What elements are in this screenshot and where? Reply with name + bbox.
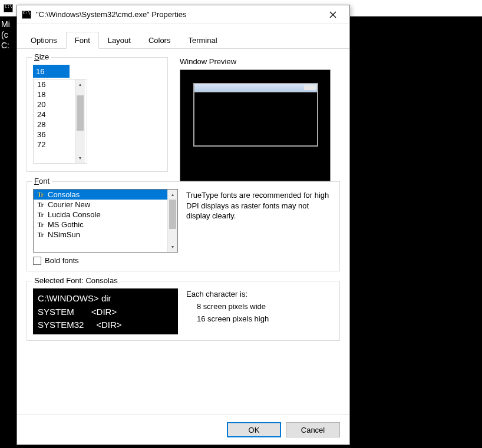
preview-window bbox=[193, 83, 318, 147]
truetype-icon: Tr bbox=[36, 191, 45, 199]
tab-strip: Options Font Layout Colors Terminal bbox=[17, 26, 349, 49]
font-note: TrueType fonts are recommended for high … bbox=[186, 189, 334, 253]
selected-font-label: Selected Font: Consolas bbox=[32, 276, 120, 285]
bold-label: Bold fonts bbox=[45, 256, 79, 265]
scroll-up-icon[interactable]: ▴ bbox=[75, 79, 85, 89]
font-option[interactable]: Tr Courier New bbox=[34, 200, 167, 210]
size-option[interactable]: 28 bbox=[34, 120, 75, 130]
scroll-down-icon[interactable]: ▾ bbox=[168, 242, 177, 252]
bg-console-fragment: Mi (c C: bbox=[0, 16, 18, 53]
tab-body: Size 16 18 20 24 28 36 72 ▴ bbox=[17, 47, 349, 414]
tab-terminal[interactable]: Terminal bbox=[179, 32, 226, 49]
size-option[interactable]: 20 bbox=[34, 99, 75, 109]
cmd-icon bbox=[4, 4, 13, 12]
size-listbox[interactable]: 16 18 20 24 28 36 72 ▴ ▾ bbox=[33, 79, 87, 164]
font-option[interactable]: Tr NSimSun bbox=[34, 230, 167, 240]
truetype-icon: Tr bbox=[36, 231, 45, 239]
dialog-title: "C:\Windows\System32\cmd.exe" Properties bbox=[36, 10, 321, 19]
dialog-buttons: OK Cancel bbox=[17, 414, 349, 444]
close-button[interactable] bbox=[321, 6, 345, 23]
properties-dialog: "C:\Windows\System32\cmd.exe" Properties… bbox=[16, 5, 350, 445]
scroll-up-icon[interactable]: ▴ bbox=[168, 190, 177, 200]
truetype-icon: Tr bbox=[36, 221, 45, 229]
size-scrollbar[interactable]: ▴ ▾ bbox=[75, 79, 85, 163]
font-sample: C:\WINDOWS> dir SYSTEM <DIR> SYSTEM32 <D… bbox=[33, 288, 178, 334]
truetype-icon: Tr bbox=[36, 201, 45, 209]
size-label: Size bbox=[32, 52, 51, 61]
preview-window-titlebar bbox=[194, 84, 317, 92]
tab-options[interactable]: Options bbox=[22, 32, 66, 49]
scroll-down-icon[interactable]: ▾ bbox=[75, 153, 85, 163]
selected-font-groupbox: Selected Font: Consolas C:\WINDOWS> dir … bbox=[27, 281, 340, 341]
size-option[interactable]: 18 bbox=[34, 89, 75, 99]
ok-button[interactable]: OK bbox=[227, 422, 281, 437]
bold-checkbox[interactable] bbox=[33, 257, 41, 265]
preview-box bbox=[180, 69, 331, 181]
preview-label: Window Preview bbox=[180, 57, 340, 66]
font-scrollbar[interactable]: ▴ ▾ bbox=[167, 190, 177, 252]
cmd-icon bbox=[22, 11, 31, 19]
preview-column: Window Preview bbox=[180, 57, 340, 181]
font-option[interactable]: Tr Consolas bbox=[34, 190, 167, 200]
char-info: Each character is: 8 screen pixels wide … bbox=[186, 288, 334, 334]
cancel-button[interactable]: Cancel bbox=[286, 422, 340, 437]
font-groupbox: Font Tr Consolas Tr Courier New Tr bbox=[27, 181, 340, 271]
tab-font[interactable]: Font bbox=[66, 32, 99, 49]
size-option[interactable]: 16 bbox=[34, 79, 75, 89]
font-label: Font bbox=[32, 177, 52, 185]
size-option[interactable]: 72 bbox=[34, 140, 75, 150]
tab-colors[interactable]: Colors bbox=[140, 32, 180, 49]
truetype-icon: Tr bbox=[36, 211, 45, 219]
size-input[interactable] bbox=[33, 65, 70, 78]
size-groupbox: Size 16 18 20 24 28 36 72 ▴ bbox=[27, 57, 168, 172]
font-listbox[interactable]: Tr Consolas Tr Courier New Tr Lucida Con… bbox=[33, 189, 178, 253]
scroll-thumb[interactable] bbox=[77, 95, 84, 131]
font-option[interactable]: Tr MS Gothic bbox=[34, 220, 167, 230]
dialog-titlebar[interactable]: "C:\Windows\System32\cmd.exe" Properties bbox=[17, 5, 349, 24]
close-icon bbox=[329, 11, 336, 18]
font-option[interactable]: Tr Lucida Console bbox=[34, 210, 167, 220]
tab-layout[interactable]: Layout bbox=[99, 32, 140, 49]
size-option[interactable]: 24 bbox=[34, 109, 75, 120]
scroll-thumb[interactable] bbox=[169, 200, 176, 229]
size-option[interactable]: 36 bbox=[34, 130, 75, 140]
